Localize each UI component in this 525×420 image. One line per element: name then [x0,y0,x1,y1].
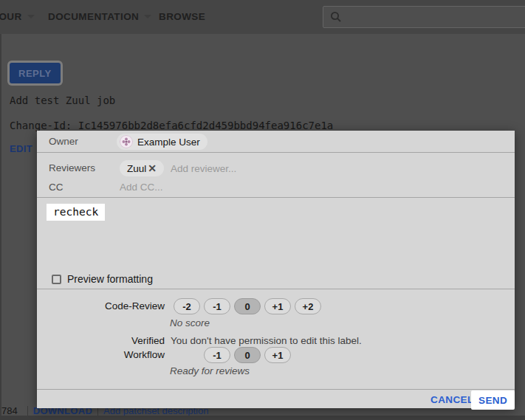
divider [37,289,515,289]
cancel-button[interactable]: CANCEL [430,394,474,405]
vote-button-plus1[interactable]: +1 [264,347,291,363]
edit-link[interactable]: EDIT [10,143,32,154]
add-cc-input[interactable]: Add CC... [120,182,163,193]
code-review-label: Code-Review [37,300,165,311]
patch-number: 784 [0,405,22,416]
workflow-label: Workflow [37,349,165,360]
nav-item-browse[interactable]: BROWSE [159,11,205,22]
divider [37,197,515,198]
search-icon [329,10,343,24]
vote-button-minus1[interactable]: -1 [204,347,230,363]
preview-formatting-row: Preview formatting [52,273,153,285]
cc-label: CC [49,182,64,193]
code-review-buttons: -2 -1 0 +1 +2 [174,298,321,314]
nav-item-your-label: YOUR [0,11,22,22]
reviewer-chip: Zuul ✕ [120,160,164,176]
remove-reviewer-icon[interactable]: ✕ [148,162,157,174]
preview-formatting-label: Preview formatting [67,273,153,285]
nav-item-documentation-label: DOCUMENTATION [48,11,139,22]
owner-chip-label: Example User [137,137,200,148]
divider [27,406,28,416]
add-reviewer-input[interactable]: Add reviewer... [171,163,236,174]
vote-button-plus1[interactable]: +1 [264,298,291,314]
owner-label: Owner [49,136,78,147]
nav-item-documentation[interactable]: DOCUMENTATION [48,11,151,22]
nav-item-browse-label: BROWSE [159,11,205,22]
page-left-border [0,34,1,416]
comment-textarea[interactable]: recheck [47,204,105,221]
vote-button-zero-selected[interactable]: 0 [234,298,261,314]
verified-permission-message: You don't have permission to edit this l… [171,335,362,346]
workflow-hint: Ready for reviews [170,365,250,376]
avatar [120,135,133,148]
verified-label: Verified [37,335,165,346]
chevron-down-icon [144,15,151,18]
chevron-down-icon [27,15,35,18]
vote-button-plus2[interactable]: +2 [295,298,321,314]
search-input[interactable] [323,6,525,28]
reviewer-chip-label: Zuul [127,163,146,174]
vote-button-minus1[interactable]: -1 [204,298,230,314]
vote-button-minus2[interactable]: -2 [174,298,200,314]
send-button[interactable]: SEND [471,390,515,410]
commit-change-id: Change-Id: Ic145976bb2d8efa6cfd2d459bbd9… [10,120,333,131]
nav-item-your[interactable]: YOUR [0,11,35,22]
divider [37,152,515,153]
vote-button-zero-selected[interactable]: 0 [234,347,261,363]
divider [37,389,515,390]
reply-button[interactable]: REPLY [10,63,61,83]
commit-subject: Add test Zuul job [10,94,115,106]
reply-dialog: Owner Example User Reviewers Zuul ✕ Add … [37,131,515,408]
workflow-buttons: -1 0 +1 [204,347,291,363]
reviewers-label: Reviewers [49,162,95,173]
preview-formatting-checkbox[interactable] [52,275,61,284]
top-nav-bar: YOUR DOCUMENTATION BROWSE [0,0,525,34]
code-review-hint: No score [170,317,210,328]
bottom-edge-strip [0,416,525,420]
owner-chip: Example User [117,134,207,150]
